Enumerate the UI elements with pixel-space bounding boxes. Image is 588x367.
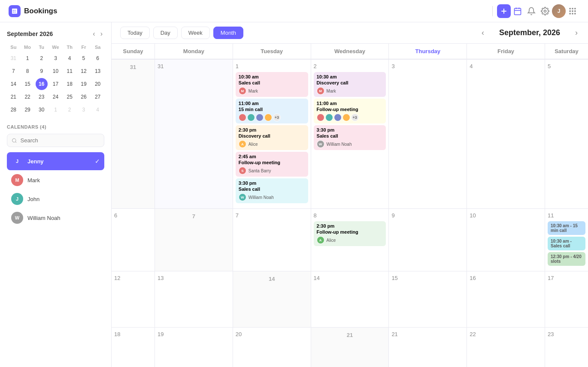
calendar-item-jenny[interactable]: JJenny✓	[7, 152, 104, 170]
day-number: 3	[391, 63, 464, 69]
event-avatar: A	[317, 236, 324, 244]
mini-cal-day[interactable]: 3	[49, 52, 61, 64]
day-cell: 16	[467, 271, 545, 327]
day-cell: 21	[389, 328, 467, 367]
calendar-view-button[interactable]	[511, 4, 524, 18]
mini-cal-day[interactable]: 23	[36, 91, 48, 103]
mini-cal-day[interactable]: 6	[92, 52, 104, 64]
calendar-name: William Noah	[27, 215, 100, 221]
mini-cal-day[interactable]: 1	[21, 52, 33, 64]
mini-cal-day[interactable]: 1	[49, 104, 61, 116]
calendar-event[interactable]: 2:30 pmDiscovery callAAlice	[236, 125, 308, 150]
month-view-button[interactable]: Month	[213, 27, 243, 39]
calendar-event[interactable]: 11:00 am15 min call+3	[236, 99, 308, 123]
calendar-event[interactable]: 3:30 pmSales callWWilliam Noah	[314, 125, 386, 150]
calendar-area: Today Day Week Month ‹ September, 2026 ›…	[112, 22, 588, 367]
calendar-event[interactable]: 10:30 amSales callMMark	[236, 72, 308, 97]
cal-next-button[interactable]: ›	[573, 27, 579, 39]
notifications-button[interactable]	[524, 4, 538, 18]
mini-cal-day[interactable]: 11	[64, 65, 76, 77]
mini-cal-title: September 2026	[7, 30, 53, 37]
event-avatar: W	[239, 193, 246, 201]
calendar-event[interactable]: 2:45 amFollow-up meetingSSanta Barry	[236, 152, 308, 177]
mini-cal-day[interactable]: 4	[64, 52, 76, 64]
day-number: 19	[158, 331, 230, 337]
mini-cal-day[interactable]: 9	[36, 65, 48, 77]
mini-cal-prev[interactable]: ‹	[91, 29, 97, 39]
cal-prev-button[interactable]: ‹	[480, 27, 486, 39]
mini-cal-nav: ‹ ›	[91, 29, 104, 39]
mini-cal-day[interactable]: 8	[21, 65, 33, 77]
calendar-event[interactable]: 11:00 amFollow-up meeting+3	[314, 99, 386, 123]
mini-cal-day[interactable]: 15	[21, 78, 33, 90]
calendar-item-william-noah[interactable]: WWilliam Noah	[7, 209, 104, 227]
mini-cal-day[interactable]: 7	[7, 65, 19, 77]
day-view-button[interactable]: Day	[153, 27, 178, 39]
mini-cal-day[interactable]: 12	[78, 65, 90, 77]
event-avatar: A	[239, 140, 246, 148]
mini-cal-day[interactable]: 29	[21, 104, 33, 116]
calendar-event[interactable]: 10:30 amDiscovery callMMark	[314, 72, 386, 97]
calendars-header: CALENDARS (4)	[7, 124, 104, 129]
search-input[interactable]	[21, 137, 100, 144]
calendar-item-mark[interactable]: MMark	[7, 171, 104, 189]
day-number: 12	[114, 275, 152, 281]
calendar-avatar: J	[11, 193, 23, 205]
main-layout: September 2026 ‹ › SuMoTuWeThFrSa3112345…	[0, 22, 588, 367]
event-avatar: W	[317, 140, 324, 148]
mini-cal-day[interactable]: 22	[21, 91, 33, 103]
mini-cal-day[interactable]: 28	[7, 104, 19, 116]
today-button[interactable]: Today	[120, 27, 150, 39]
mini-cal-day[interactable]: 25	[64, 91, 76, 103]
day-cell: 18	[112, 328, 155, 367]
settings-button[interactable]	[538, 4, 552, 18]
grid-menu-button[interactable]	[566, 4, 579, 18]
mini-cal-day[interactable]: 13	[92, 65, 104, 77]
app-title: Bookings	[24, 7, 57, 15]
event-avatar: M	[317, 87, 324, 95]
day-cell: 15	[389, 271, 467, 327]
mini-cal-day[interactable]: 16	[36, 78, 48, 90]
search-box[interactable]	[7, 134, 104, 147]
mini-cal-day[interactable]: 3	[78, 104, 90, 116]
week-view-button[interactable]: Week	[181, 27, 210, 39]
calendar-event[interactable]: 12:30 pm - 4/20 slots	[548, 252, 585, 266]
day-number: 15	[391, 275, 464, 281]
event-avatar	[334, 114, 342, 121]
calendar-avatar: M	[11, 174, 23, 186]
day-number: 16	[470, 275, 542, 281]
calendar-event[interactable]: 2:30 pmFollow-up meetingAAlice	[314, 221, 386, 246]
calendar-event[interactable]: 10:30 am - 15 min call	[548, 221, 585, 235]
mini-cal-day[interactable]: 27	[92, 91, 104, 103]
mini-cal-day[interactable]: 4	[92, 104, 104, 116]
check-icon: ✓	[95, 158, 100, 165]
mini-cal-day[interactable]: 5	[78, 52, 90, 64]
add-event-button[interactable]	[497, 4, 511, 18]
mini-cal-day[interactable]: 18	[64, 78, 76, 90]
event-avatar: M	[239, 87, 246, 95]
calendar-event[interactable]: 10:30 am - Sales call	[548, 237, 585, 250]
calendar-item-john[interactable]: JJohn	[7, 190, 104, 208]
calendar-avatar: J	[11, 155, 23, 167]
event-avatar	[264, 114, 272, 121]
week-label: 31	[112, 60, 155, 208]
mini-cal-day[interactable]: 2	[64, 104, 76, 116]
mini-cal-day[interactable]: 21	[7, 91, 19, 103]
mini-cal-day[interactable]: 30	[36, 104, 48, 116]
mini-cal-day[interactable]: 19	[78, 78, 90, 90]
mini-cal-day[interactable]: 14	[7, 78, 19, 90]
calendar-event[interactable]: 3:30 pmSales callWWilliam Noah	[236, 178, 308, 203]
mini-cal-day[interactable]: 2	[36, 52, 48, 64]
mini-cal-next[interactable]: ›	[99, 29, 104, 39]
mini-cal-day[interactable]: 26	[78, 91, 90, 103]
day-cell: 7	[233, 209, 311, 271]
mini-cal-day[interactable]: 17	[49, 78, 61, 90]
mini-cal-day[interactable]: 24	[49, 91, 61, 103]
day-cell: 110:30 amSales callMMark11:00 am15 min c…	[233, 60, 311, 208]
mini-cal-day[interactable]: 31	[7, 52, 19, 64]
mini-cal-day[interactable]: 20	[92, 78, 104, 90]
mini-cal-day[interactable]: 10	[49, 65, 61, 77]
user-avatar[interactable]: J	[552, 4, 566, 18]
day-cell: 4	[467, 60, 545, 208]
col-header-thursday: Thursday	[389, 44, 467, 59]
